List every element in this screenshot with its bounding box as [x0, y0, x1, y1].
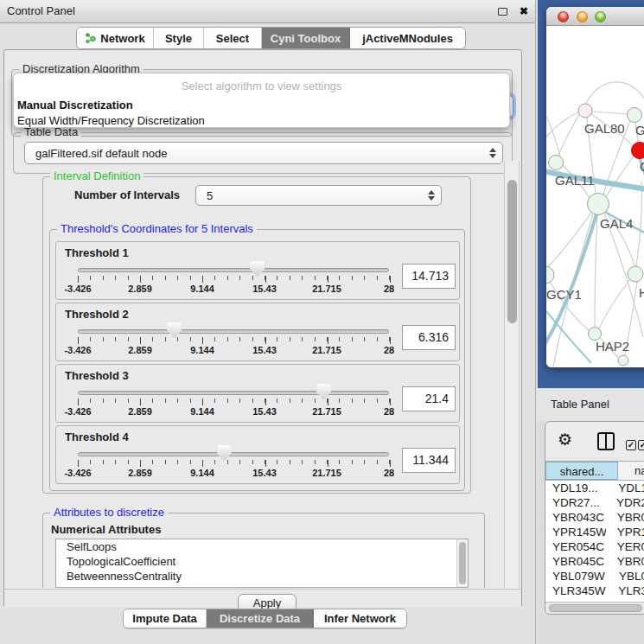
cell-shared-name[interactable]: YBR043C — [545, 510, 606, 525]
network-view-panel: GAL80 GA C GAL11 GAL4 GCY1 H HAP2 — [538, 0, 644, 388]
numerical-attributes-list[interactable]: SelfLoopsTopologicalCoefficientBetweenne… — [55, 539, 469, 588]
cell-name[interactable]: YPR1 — [606, 525, 644, 539]
threshold-value-field[interactable]: 11.344 — [402, 448, 456, 473]
table-row[interactable]: YBR045CYBR0 — [545, 554, 644, 569]
threshold-label: Threshold 1 — [65, 246, 129, 259]
group-title: Interval Definition — [50, 169, 143, 182]
attributes-list-scrollbar[interactable] — [456, 539, 468, 587]
threshold-value-field[interactable]: 6.316 — [402, 325, 456, 350]
table-row[interactable]: YBR043CYBR0 — [545, 510, 644, 525]
major-tick — [265, 399, 266, 405]
scrollbar-thumb[interactable] — [459, 542, 466, 584]
cell-name[interactable]: YBR0 — [606, 510, 644, 525]
column-header-name[interactable]: na — [618, 462, 644, 480]
attribute-list-item[interactable]: SelfLoops — [56, 539, 468, 554]
table-data-combobox[interactable]: galFiltered.sif default node — [24, 142, 503, 164]
table-horizontal-scrollbar[interactable] — [545, 602, 644, 614]
threshold-slider-thumb[interactable] — [167, 322, 182, 338]
panel-vertical-scrollbar[interactable] — [504, 161, 520, 588]
threshold-slider-track[interactable] — [78, 391, 389, 395]
attribute-list-item[interactable]: TopologicalCoefficient — [56, 554, 468, 569]
scale-label: 9.144 — [190, 345, 214, 355]
tab-network[interactable]: Network — [77, 28, 154, 48]
table-row[interactable]: YER054CYER0 — [545, 539, 644, 554]
major-tick — [390, 399, 391, 405]
zoom-traffic-light-icon[interactable] — [595, 11, 606, 22]
numerical-attributes-label: Numerical Attributes — [51, 523, 161, 536]
number-of-intervals-value: 5 — [207, 189, 213, 202]
cell-shared-name[interactable]: YLR345W — [545, 583, 607, 598]
table-row[interactable]: YPR145WYPR1 — [545, 525, 644, 539]
major-tick — [140, 399, 141, 405]
table-row[interactable]: YDL19...YDL1 — [545, 481, 644, 495]
scale-label: 2.859 — [128, 284, 152, 294]
threshold-value-field[interactable]: 14.713 — [402, 264, 456, 289]
threshold-slider-track[interactable] — [78, 452, 389, 456]
tab-cyni-toolbox[interactable]: Cyni Toolbox — [262, 28, 350, 48]
tab-impute-data[interactable]: Impute Data — [124, 609, 207, 628]
float-icon[interactable] — [498, 8, 507, 16]
cell-shared-name[interactable]: YPR145W — [545, 525, 606, 539]
cell-shared-name[interactable]: YDL19... — [545, 481, 607, 495]
attribute-list-item[interactable]: BetweennessCentrality — [56, 569, 468, 583]
number-of-intervals-combobox[interactable]: 5 — [195, 185, 442, 206]
cell-name[interactable]: YER0 — [606, 539, 644, 554]
network-canvas[interactable]: GAL80 GA C GAL11 GAL4 GCY1 H HAP2 — [546, 26, 644, 367]
split-columns-icon[interactable] — [597, 432, 615, 450]
close-traffic-light-icon[interactable] — [558, 11, 569, 22]
tab-label: Network — [100, 32, 144, 45]
control-panel-titlebar: Control Panel ✖ — [0, 0, 535, 23]
scale-label: -3.426 — [64, 406, 91, 417]
cell-shared-name[interactable]: YER054C — [545, 539, 606, 554]
column-header-shared-name[interactable]: shared... — [545, 462, 618, 480]
scale-label: 21.715 — [312, 468, 341, 478]
slider-ticks — [78, 399, 390, 405]
checkbox-icon[interactable]: ✓ — [638, 440, 644, 450]
slider-ticks — [78, 460, 390, 467]
node-label: GAL4 — [600, 216, 633, 231]
tab-discretize-data[interactable]: Discretize Data — [207, 609, 314, 628]
cell-name[interactable]: YLR3 — [607, 583, 644, 598]
threshold-slider-thumb[interactable] — [316, 384, 331, 399]
scrollbar-thumb[interactable] — [549, 604, 642, 612]
cell-shared-name[interactable]: YDR27... — [545, 495, 605, 510]
threshold-row: Threshold 4 -3.4262.8599.14415.4321.7152… — [55, 425, 460, 484]
scrollbar-thumb[interactable] — [507, 180, 517, 323]
cell-shared-name[interactable]: YBL079W — [545, 569, 608, 583]
threshold-slider-thumb[interactable] — [250, 261, 265, 277]
checkbox-icon[interactable]: ✓ — [626, 440, 636, 450]
cell-name[interactable]: YDL1 — [607, 481, 644, 495]
group-title: Attributes to discretize — [50, 506, 168, 519]
threshold-value-field[interactable]: 21.4 — [402, 386, 456, 411]
table-row[interactable]: YDR27...YDR2 — [545, 495, 644, 510]
cell-name[interactable]: YBR0 — [606, 554, 644, 569]
gear-icon[interactable]: ⚙ — [558, 430, 572, 450]
cell-name[interactable]: YBL0 — [608, 569, 644, 583]
major-tick — [140, 276, 141, 283]
close-icon[interactable]: ✖ — [520, 0, 528, 22]
cell-shared-name[interactable]: YBR045C — [545, 554, 606, 569]
major-tick — [265, 276, 266, 283]
table-row[interactable]: YLR345WYLR3 — [545, 583, 644, 598]
threshold-slider-track[interactable] — [78, 329, 389, 334]
table-body[interactable]: YDL19...YDL1YDR27...YDR2YBR043CYBR0YPR14… — [545, 481, 644, 602]
control-panel-tab-bar: Network Style Select Cyni Toolbox jActiv… — [76, 27, 466, 49]
cell-name[interactable]: YDR2 — [605, 495, 644, 510]
scale-label: 9.144 — [190, 406, 214, 417]
dropdown-option-manual-discretization[interactable]: Manual Discretization — [17, 99, 133, 112]
dropdown-option-equal-width-frequency[interactable]: Equal Width/Frequency Discretization — [17, 114, 205, 127]
group-title: Threshold's Coordinates for 5 Intervals — [57, 222, 257, 235]
tab-infer-network[interactable]: Infer Network — [314, 609, 406, 628]
table-row[interactable]: YBL079WYBL0 — [545, 569, 644, 583]
tab-style[interactable]: Style — [154, 28, 204, 48]
slider-scale-labels: -3.4262.8599.14415.4321.71528 — [78, 345, 389, 357]
tab-jactivemnodules[interactable]: jActiveMNodules — [350, 28, 465, 48]
tab-select[interactable]: Select — [204, 28, 262, 48]
minimize-traffic-light-icon[interactable] — [577, 11, 588, 22]
table-panel-title: Table Panel — [551, 398, 609, 411]
threshold-slider-track[interactable] — [78, 268, 389, 272]
threshold-slider-thumb[interactable] — [217, 445, 232, 461]
major-tick — [78, 337, 79, 344]
threshold-label: Threshold 2 — [65, 308, 129, 321]
table-header-row: shared... na — [545, 461, 644, 481]
